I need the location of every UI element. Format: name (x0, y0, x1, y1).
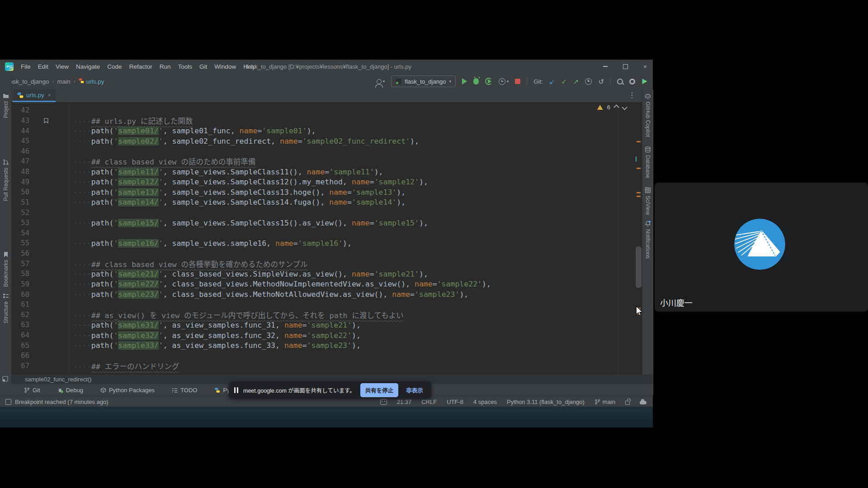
code-token: ), (419, 270, 428, 278)
gutter-slot (29, 289, 73, 300)
bookmark-icon[interactable] (43, 117, 49, 123)
code-text: ····path('sample16/', sample_views.sampl… (73, 239, 352, 248)
error-stripe-mark[interactable] (637, 192, 641, 193)
editor-options-kebab-icon[interactable]: ⋮ (628, 91, 636, 99)
code-token: ' (159, 321, 163, 329)
caret-stripe-mark[interactable] (636, 156, 637, 162)
inspections-widget[interactable]: 6 (597, 104, 627, 111)
prev-problem-chevron-icon[interactable] (613, 104, 619, 110)
tool-stripe-item-github-copilot[interactable]: GitHub Copilot (642, 93, 653, 137)
participant-tile[interactable]: 小川慶一 (655, 183, 868, 312)
git-branch[interactable]: main (594, 399, 615, 405)
code-token: ' (159, 280, 163, 288)
breadcrumb-item-flask_to_django[interactable]: flask_to_django (6, 78, 49, 85)
minimize-button[interactable] (602, 63, 609, 70)
code-token: ' (113, 280, 118, 288)
tool-stripe-item-structure[interactable]: Structure (0, 293, 11, 324)
tool-window-button-git[interactable]: Git (24, 387, 40, 394)
stop-sharing-button[interactable]: 共有を停止 (360, 383, 399, 397)
rollback-button[interactable]: ↺ (598, 78, 604, 85)
tool-window-label: Python Packages (109, 387, 155, 394)
menu-file[interactable]: File (17, 62, 34, 71)
menu-edit[interactable]: Edit (34, 62, 52, 71)
breadcrumb-item-urls.py[interactable]: urls.py (79, 78, 104, 85)
profiler-button[interactable]: ▾ (499, 78, 509, 85)
cloud-settings-icon[interactable] (640, 401, 646, 404)
menu-run[interactable]: Run (156, 62, 175, 71)
code-token: sample01/ (118, 127, 158, 135)
git-push-button[interactable]: ↗ (573, 78, 579, 85)
file-encoding[interactable]: UTF-8 (447, 399, 463, 405)
tool-stripe-item-database[interactable]: Database (642, 146, 653, 178)
line-separator[interactable]: CRLF (421, 399, 437, 405)
stop-button[interactable] (515, 79, 520, 84)
git-commit-button[interactable]: ✓ (561, 78, 567, 85)
layout-widget-icon[interactable] (2, 376, 8, 382)
git-update-button[interactable]: ↙ (549, 78, 555, 85)
python-interpreter[interactable]: Python 3.11 (flask_to_django) (507, 399, 585, 405)
menu-refactor[interactable]: Refactor (126, 62, 156, 71)
tool-stripe-item-bookmarks[interactable]: Bookmarks (0, 251, 11, 287)
menu-navigate[interactable]: Navigate (72, 62, 104, 71)
run-configuration-select[interactable]: flask_to_django ▾ (391, 75, 456, 87)
gutter-slot (29, 187, 73, 197)
menu-window[interactable]: Window (211, 62, 240, 71)
maximize-button[interactable] (622, 63, 628, 70)
settings-gear-icon[interactable] (629, 79, 635, 84)
indent-style[interactable]: 4 spaces (473, 399, 497, 405)
gutter-slot (29, 207, 73, 218)
copilot-status-icon[interactable] (380, 399, 387, 405)
code-token: 'sample12' (374, 178, 419, 186)
structure-icon (3, 293, 9, 299)
right-tool-stripe: GitHub CopilotDatabaseSciViewNotificatio… (642, 89, 653, 396)
code-with-me-icon[interactable]: ▾ (377, 79, 385, 84)
error-stripe-mark[interactable] (637, 168, 641, 169)
unlock-icon[interactable] (625, 401, 630, 405)
debug-button[interactable] (473, 78, 479, 84)
tool-stripe-item-project[interactable]: Project (0, 93, 11, 118)
code-token: ), (352, 331, 361, 340)
search-everywhere-icon[interactable] (617, 79, 623, 84)
line-number: 47 (11, 157, 29, 165)
tool-stripe-item-notifications[interactable]: Notifications (642, 221, 653, 258)
error-stripe-mark[interactable] (637, 141, 641, 142)
event-log-icon[interactable] (5, 399, 11, 405)
tab-close-icon[interactable]: × (48, 92, 51, 99)
plugin-colorful-icon[interactable] (642, 79, 647, 84)
menu-view[interactable]: View (52, 62, 72, 71)
code-token: = (293, 239, 298, 248)
run-button[interactable] (462, 78, 467, 84)
mouse-cursor (636, 305, 642, 316)
code-token: ), (396, 188, 406, 197)
tab-urls-py[interactable]: urls.py × (13, 89, 56, 102)
line-number: 58 (11, 270, 29, 278)
code-editor[interactable]: 4243····## urls.py に記述した関数44····path('sa… (11, 102, 642, 375)
editor-scrollbar[interactable] (636, 246, 642, 288)
menu-code[interactable]: Code (104, 62, 125, 71)
code-token: 'sample14' (352, 198, 396, 206)
error-stripe-mark[interactable] (637, 196, 641, 197)
breadcrumb-function[interactable]: sample02_func_redirect() (25, 376, 91, 383)
next-problem-chevron-icon[interactable] (622, 104, 627, 110)
code-text: ····## urls.py に記述した関数 (73, 115, 193, 126)
stripe-label: Bookmarks (3, 260, 9, 287)
coverage-button[interactable] (485, 78, 492, 85)
code-text: ····path('sample12/', sample_views.Sampl… (73, 178, 428, 186)
tool-window-button-todo[interactable]: TODO (172, 387, 197, 394)
caret-position[interactable]: 21:37 (397, 399, 412, 405)
code-text: ····## class based view の話のための事前準備 (73, 156, 255, 167)
code-token: , sample_views.SampleClass14.fuga(), (163, 198, 330, 206)
tool-window-button-debug[interactable]: Debug (57, 387, 83, 394)
hide-banner-button[interactable]: 非表示 (403, 383, 426, 397)
menu-git[interactable]: Git (196, 62, 211, 71)
tool-window-button-python-packages[interactable]: Python Packages (100, 387, 155, 394)
code-token: ## urls.py に記述した関数 (91, 117, 193, 126)
code-line: 45····path('sample02/', sample02_func_re… (11, 136, 642, 146)
close-button[interactable]: × (642, 63, 648, 70)
menu-tools[interactable]: Tools (174, 62, 196, 71)
tool-stripe-item-sciview[interactable]: SciView (642, 187, 653, 215)
breadcrumb-item-main[interactable]: main (57, 78, 71, 85)
tool-stripe-item-pull-requests[interactable]: Pull Requests (0, 159, 11, 201)
code-token: , sample02_func_redirect, (163, 137, 280, 145)
history-button[interactable] (585, 78, 592, 85)
